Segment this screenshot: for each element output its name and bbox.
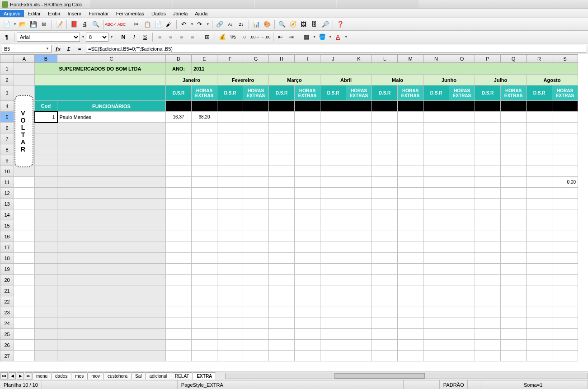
cell[interactable] — [295, 177, 320, 187]
align-left-button[interactable]: ≡ — [155, 32, 165, 42]
cell[interactable] — [192, 155, 217, 166]
cell[interactable] — [320, 112, 346, 122]
tab-prev-button[interactable]: ◀ — [9, 372, 16, 380]
cell[interactable] — [372, 231, 397, 242]
cell[interactable] — [398, 133, 423, 144]
cell[interactable] — [346, 253, 372, 263]
styles-button[interactable]: ¶ — [2, 32, 12, 42]
cell[interactable] — [372, 340, 397, 350]
cell[interactable] — [320, 199, 346, 209]
sheet-tab-dados[interactable]: dados — [51, 372, 71, 380]
cell[interactable] — [398, 307, 423, 318]
cell-jan-extras[interactable]: 68,20 — [192, 112, 217, 122]
cell[interactable] — [423, 351, 449, 361]
cell[interactable] — [372, 188, 397, 198]
sheet-tab-menu[interactable]: menu — [32, 372, 52, 380]
cell[interactable] — [449, 242, 475, 252]
cell[interactable] — [527, 144, 552, 155]
sheet-tab-RELAT[interactable]: RELAT — [171, 372, 193, 380]
cell[interactable] — [372, 155, 397, 166]
row-header-6[interactable]: 6 — [0, 123, 14, 133]
cell[interactable] — [475, 133, 500, 144]
cell[interactable] — [552, 231, 578, 242]
align-center-button[interactable]: ≡ — [166, 32, 176, 42]
row-header-1[interactable]: 1 — [0, 63, 14, 75]
cell[interactable] — [320, 351, 346, 361]
cell[interactable] — [527, 155, 552, 166]
cell[interactable] — [398, 340, 423, 350]
sheet-tab-adicional[interactable]: adicional — [145, 372, 171, 380]
row-header-13[interactable]: 13 — [0, 199, 14, 209]
cell[interactable] — [475, 264, 500, 274]
cell[interactable] — [192, 209, 217, 220]
bold-button[interactable]: N — [118, 32, 128, 42]
cell[interactable] — [475, 307, 500, 318]
cell[interactable] — [243, 318, 268, 328]
cell[interactable] — [398, 188, 423, 198]
sum-button[interactable]: Σ — [64, 45, 73, 53]
cell[interactable] — [166, 123, 191, 133]
cell[interactable] — [217, 253, 243, 263]
cell[interactable] — [372, 144, 397, 155]
cell[interactable] — [35, 220, 57, 231]
row-header-24[interactable]: 24 — [0, 318, 14, 329]
cell[interactable] — [398, 242, 423, 252]
cell[interactable] — [372, 318, 397, 328]
cell[interactable] — [398, 209, 423, 220]
cell[interactable] — [320, 155, 346, 166]
cell[interactable] — [217, 264, 243, 274]
cell[interactable] — [346, 242, 372, 252]
menu-formatar[interactable]: Formatar — [85, 10, 113, 17]
cell[interactable] — [475, 166, 500, 176]
cell[interactable] — [57, 264, 165, 274]
cell[interactable] — [475, 351, 500, 361]
cell[interactable] — [346, 329, 372, 339]
cell[interactable] — [35, 329, 57, 339]
cell[interactable] — [35, 177, 57, 187]
bgcolor-button[interactable]: 🪣 — [317, 32, 327, 42]
undo-button[interactable]: ↶ — [179, 19, 189, 29]
save-button[interactable]: 💾 — [28, 19, 38, 29]
menu-exibir[interactable]: Exibir — [44, 10, 64, 17]
cell[interactable] — [166, 133, 191, 144]
cell[interactable] — [269, 209, 294, 220]
add-decimal-button[interactable]: .00→ — [250, 32, 260, 42]
cell[interactable] — [372, 209, 397, 220]
col-header-H[interactable]: H — [269, 55, 295, 63]
col-header-J[interactable]: J — [320, 55, 346, 63]
italic-button[interactable]: I — [129, 32, 139, 42]
sheet-tab-custohora[interactable]: custohora — [103, 372, 132, 380]
cell[interactable] — [35, 340, 57, 350]
cell[interactable] — [398, 231, 423, 242]
cell[interactable] — [57, 133, 165, 144]
cell[interactable] — [527, 264, 552, 274]
cell[interactable] — [57, 307, 165, 318]
find-button[interactable]: 🔍 — [277, 19, 287, 29]
cell[interactable] — [166, 253, 191, 263]
cell[interactable] — [243, 264, 268, 274]
cell[interactable] — [192, 264, 217, 274]
cell[interactable] — [217, 188, 243, 198]
row-header-3[interactable]: 3 — [0, 85, 14, 101]
cell[interactable] — [320, 340, 346, 350]
cell[interactable] — [57, 144, 165, 155]
cell[interactable] — [295, 264, 320, 274]
cell[interactable] — [423, 318, 449, 328]
cell[interactable] — [449, 199, 475, 209]
cell[interactable] — [192, 307, 217, 318]
cell[interactable] — [501, 166, 526, 176]
sheet-tab-Sal[interactable]: Sal — [131, 372, 146, 380]
cell[interactable] — [57, 155, 165, 166]
cell[interactable] — [166, 307, 191, 318]
cell[interactable] — [57, 166, 165, 176]
cell[interactable] — [449, 275, 475, 285]
cell[interactable] — [320, 188, 346, 198]
cell[interactable] — [372, 112, 397, 122]
cell[interactable] — [217, 296, 243, 307]
cell[interactable] — [423, 340, 449, 350]
cell[interactable] — [57, 253, 165, 263]
row-header-22[interactable]: 22 — [0, 296, 14, 307]
cell[interactable] — [295, 275, 320, 285]
cell[interactable] — [552, 199, 578, 209]
cell[interactable] — [501, 155, 526, 166]
